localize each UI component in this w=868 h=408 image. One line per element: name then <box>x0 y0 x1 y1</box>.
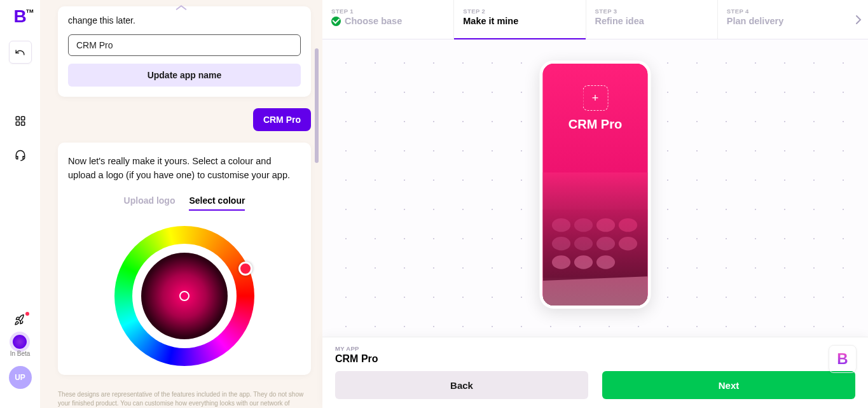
footer-brand-tile[interactable]: B <box>829 345 857 373</box>
beta-label: In Beta <box>10 350 31 357</box>
svg-rect-2 <box>16 122 19 125</box>
step-num: STEP 2 <box>463 8 576 15</box>
scrollbar-thumb[interactable] <box>315 48 319 163</box>
customize-card: Now let's really make it yours. Select a… <box>58 143 311 375</box>
svg-rect-17 <box>543 172 648 306</box>
tab-select-colour[interactable]: Select colour <box>189 195 245 211</box>
scroll-up-caret[interactable] <box>174 3 188 14</box>
app-name-card: change this later. Update app name <box>58 6 311 97</box>
step-label-text: Refine idea <box>595 16 708 26</box>
apps-grid-button[interactable] <box>14 115 27 127</box>
nav-rail: BTM In Beta UP <box>0 0 40 408</box>
footer-meta-label: MY APP <box>335 345 855 352</box>
brand-tm: TM <box>26 8 34 14</box>
disclaimer-text: These designs are representative of the … <box>40 386 322 408</box>
customize-tabs: Upload logo Select colour <box>68 195 301 211</box>
footer-bar: MY APP CRM Pro B Back Next <box>322 337 868 408</box>
user-avatar[interactable]: UP <box>9 366 32 389</box>
svg-rect-1 <box>21 116 24 120</box>
grid-icon <box>15 115 26 127</box>
step-refine-idea[interactable]: STEP 3 Refine idea <box>586 0 718 39</box>
step-label-text: Choose base <box>345 16 402 26</box>
preview-canvas: CRM Pro <box>322 39 868 337</box>
notification-dot <box>24 311 31 317</box>
step-num: STEP 1 <box>331 8 444 15</box>
app-name-input[interactable] <box>68 34 301 56</box>
wizard-stepper: STEP 1 Choose base STEP 2 Make it mine S… <box>322 0 868 39</box>
tab-upload-logo[interactable]: Upload logo <box>124 195 176 211</box>
support-button[interactable] <box>14 149 27 162</box>
next-button[interactable]: Next <box>602 371 855 399</box>
step-make-it-mine[interactable]: STEP 2 Make it mine <box>454 0 586 39</box>
chevron-right-icon <box>855 15 862 25</box>
step-label-text: Plan delivery <box>727 16 840 26</box>
phone-bg-image <box>543 172 648 306</box>
phone-app-title: CRM Pro <box>543 117 648 132</box>
phone-preview: CRM Pro <box>540 60 651 309</box>
undo-icon <box>15 47 25 58</box>
colour-wheel-handle[interactable] <box>238 262 252 276</box>
svg-rect-0 <box>16 116 19 120</box>
preview-panel: STEP 1 Choose base STEP 2 Make it mine S… <box>322 0 868 408</box>
step-plan-delivery[interactable]: STEP 4 Plan delivery <box>718 0 849 39</box>
back-button[interactable]: Back <box>335 371 588 399</box>
step-choose-base[interactable]: STEP 1 Choose base <box>322 0 454 39</box>
beta-indicator[interactable] <box>13 335 27 349</box>
headset-icon <box>14 149 27 162</box>
update-app-name-button[interactable]: Update app name <box>68 64 301 87</box>
step-num: STEP 4 <box>727 8 840 15</box>
svg-rect-3 <box>21 122 24 125</box>
add-logo-placeholder[interactable] <box>582 85 608 111</box>
step-label-text: Make it mine <box>463 16 576 26</box>
step-num: STEP 3 <box>595 8 708 15</box>
footer-meta-value: CRM Pro <box>335 353 855 365</box>
undo-button[interactable] <box>9 41 32 64</box>
footer-brand-letter: B <box>837 350 848 368</box>
app-name-hint: change this later. <box>68 15 301 25</box>
check-icon <box>331 17 341 26</box>
stepper-next-button[interactable] <box>849 0 868 39</box>
avatar-initials: UP <box>15 373 25 382</box>
colour-wheel-center-marker <box>179 291 189 301</box>
user-message-chip: CRM Pro <box>253 108 311 131</box>
config-panel: change this later. Update app name CRM P… <box>40 0 322 408</box>
whats-new-button[interactable] <box>14 313 27 326</box>
chevron-up-icon <box>174 4 188 11</box>
customize-desc: Now let's really make it yours. Select a… <box>68 154 301 183</box>
panel-scrollbar[interactable] <box>315 48 319 332</box>
brand-logo: BTM <box>13 6 26 27</box>
colour-wheel[interactable] <box>114 226 254 366</box>
brand-letter: B <box>13 6 26 26</box>
